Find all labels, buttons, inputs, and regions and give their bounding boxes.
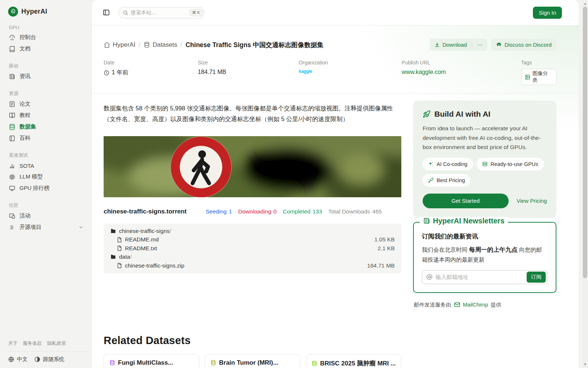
- publish-url-link[interactable]: www.kaggle.com: [402, 69, 446, 75]
- database-icon: [211, 360, 216, 365]
- newsletter-subscribe-row: 订阅: [422, 270, 548, 284]
- sidebar-item-events[interactable]: 活动: [6, 210, 87, 222]
- breadcrumb-home[interactable]: HyperAI: [104, 41, 135, 49]
- date-value-row: 1 年前: [104, 69, 198, 77]
- sidebar-item-label: 文档: [19, 45, 31, 52]
- sidebar-item-news[interactable]: 资讯: [6, 71, 87, 82]
- book-open-icon: [9, 112, 15, 119]
- feature-pill-gpus[interactable]: Ready-to-use GPUs: [477, 158, 544, 170]
- sidebar-item-console[interactable]: 控制台: [6, 32, 87, 43]
- nav-group-benchmarks: 基准测试: [9, 152, 87, 159]
- tag-label: 图像分类: [533, 70, 553, 84]
- file-tree-file[interactable]: README.md 1.05 KB: [110, 236, 395, 244]
- related-card-title: Fungi MultiClass...: [118, 359, 173, 367]
- dataset-description: 数据集包含 58 个类别的 5,998 张交通标志图像。每张图像都是单个交通标志…: [104, 103, 401, 124]
- scroll-down-arrow[interactable]: ▼: [582, 361, 588, 367]
- organization-label: Organization: [299, 60, 402, 66]
- more-options-button[interactable]: ⋯: [472, 39, 487, 51]
- app-logo[interactable]: HyperAI: [6, 7, 87, 17]
- sidebar-item-papers[interactable]: 论文: [6, 98, 87, 110]
- terms-link[interactable]: 服务条款: [23, 340, 42, 347]
- sidebar-item-label: 资讯: [19, 73, 31, 80]
- file-size: 184.71 MB: [367, 262, 395, 269]
- globe-icon: [8, 356, 14, 362]
- database-icon: [312, 361, 317, 366]
- mailchimp-note: 邮件发送服务由 MailChimp 提供: [413, 301, 556, 308]
- image-icon: [525, 74, 530, 80]
- page-scrollbar[interactable]: ▲ ▼: [582, 0, 588, 368]
- completed-stat: Completed133: [283, 208, 322, 215]
- database-icon: [110, 360, 115, 365]
- related-dataset-card[interactable]: Brain Tumor (MRI)... 2 个月前: [205, 354, 300, 368]
- related-dataset-card[interactable]: BRISC 2025 脑肿瘤 MRI ... 2 个月前 1: [306, 354, 401, 368]
- file-tree-folder[interactable]: data/: [110, 253, 395, 262]
- torrent-stats-row: chinese-traffic-signs.torrent Seeding1 D…: [104, 208, 401, 215]
- sidebar-item-docs[interactable]: 文档: [6, 43, 87, 54]
- sidebar-item-label: 控制台: [19, 34, 36, 41]
- nav-group-resources: 资源: [9, 90, 87, 97]
- sidebar-item-datasets[interactable]: 数据集: [6, 121, 87, 132]
- app-title: HyperAI: [21, 8, 47, 15]
- get-started-button[interactable]: Get Started: [423, 194, 509, 208]
- language-switcher[interactable]: 中文: [8, 356, 28, 363]
- feature-pill-label: Best Pricing: [437, 177, 465, 183]
- sidebar-item-llm[interactable]: LLM 模型: [6, 171, 87, 183]
- file-icon: [116, 237, 122, 243]
- page-title: Chinese Traffic Signs 中国交通标志图像数据集: [186, 40, 323, 49]
- feature-pill-pricing[interactable]: Best Pricing: [423, 174, 470, 187]
- discord-label: Discuss on Discord: [505, 42, 552, 48]
- topbar: ⌘ K Sign In: [92, 0, 579, 25]
- download-label: Download: [442, 42, 467, 48]
- file-tree-file[interactable]: README.txt 2.1 KB: [110, 244, 395, 253]
- file-tree-file[interactable]: chinese-traffic-signs.zip 184.71 MB: [110, 261, 395, 270]
- sidebar-item-sota[interactable]: SOTA: [6, 160, 87, 171]
- file-tree-folder[interactable]: chinese-traffic-signs/: [110, 227, 395, 236]
- hyperai-logo-icon: [8, 7, 18, 17]
- publish-url-label: Publish URL: [402, 60, 521, 66]
- kaggle-logo[interactable]: kaggle: [299, 69, 312, 74]
- sidebar-item-label: 开源项目: [19, 224, 42, 231]
- download-button[interactable]: Download: [430, 39, 472, 51]
- breadcrumb-datasets-label: Datasets: [153, 41, 177, 49]
- database-icon: [144, 42, 150, 48]
- nav-group-pulse: 脉动: [9, 63, 87, 69]
- size-value: 184.71 MB: [198, 69, 299, 75]
- discord-icon: [496, 42, 502, 48]
- sidebar-item-opensource[interactable]: 开源项目: [6, 222, 87, 233]
- privacy-link[interactable]: 隐私政策: [47, 340, 66, 347]
- subscribe-button[interactable]: 订阅: [527, 272, 546, 283]
- torrent-file-tree: chinese-traffic-signs/ README.md 1.05 KB…: [104, 223, 401, 273]
- about-link[interactable]: 关于: [8, 340, 18, 347]
- search-input[interactable]: [131, 10, 187, 15]
- sidebar-toggle-button[interactable]: [100, 6, 112, 19]
- view-pricing-link[interactable]: View Pricing: [517, 198, 547, 204]
- email-input[interactable]: [435, 274, 524, 280]
- site-search[interactable]: ⌘ K: [118, 7, 205, 18]
- sidebar-item-label: LLM 模型: [19, 173, 43, 180]
- feature-pill-label: AI Co-coding: [437, 161, 467, 167]
- sidebar-item-wiki[interactable]: 百科: [6, 132, 87, 144]
- breadcrumb-datasets[interactable]: Datasets: [144, 41, 177, 49]
- file-icon: [116, 245, 122, 251]
- sign-in-button[interactable]: Sign In: [533, 7, 562, 19]
- scroll-up-arrow[interactable]: ▲: [582, 1, 588, 7]
- sidebar: HyperAI GPU 控制台 文档 脉动 资讯 资源 论文 教程 数据集 百科…: [0, 0, 92, 368]
- discord-button[interactable]: Discuss on Discord: [491, 39, 556, 51]
- tag-image-classification[interactable]: 图像分类: [521, 69, 556, 85]
- paper-icon: [9, 101, 15, 107]
- feature-pill-ai-cocoding[interactable]: AI Co-coding: [423, 158, 473, 170]
- related-datasets-row: Fungi MultiClass... 22 天前 Brain Tumor (M…: [104, 354, 401, 368]
- date-value: 1 年前: [112, 69, 128, 77]
- mailchimp-link[interactable]: MailChimp: [463, 302, 488, 308]
- tags-label: Tags: [521, 60, 532, 66]
- right-rail: Build AI with AI From idea to launch — a…: [413, 93, 556, 368]
- sidebar-item-tutorials[interactable]: 教程: [6, 110, 87, 121]
- sidebar-item-gpu-leaderboard[interactable]: GPU 排行榜: [6, 183, 87, 194]
- theme-switcher[interactable]: 跟随系统: [34, 356, 64, 363]
- size-label: Size: [198, 60, 299, 66]
- related-dataset-card[interactable]: Fungi MultiClass... 22 天前: [104, 354, 199, 368]
- file-size: 1.05 KB: [374, 236, 395, 243]
- rocket-icon: [428, 177, 434, 183]
- scrollbar-thumb[interactable]: [583, 7, 587, 278]
- downloading-stat: Downloading0: [238, 208, 276, 215]
